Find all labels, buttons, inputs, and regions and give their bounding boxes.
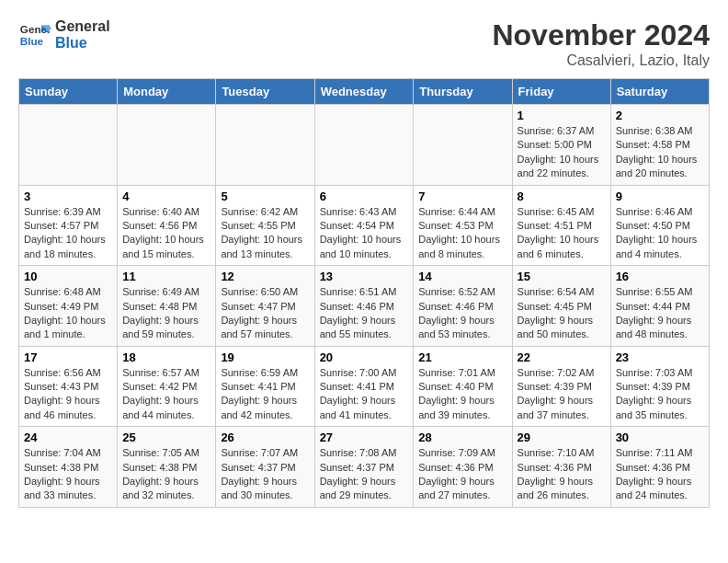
day-number: 29 — [518, 431, 606, 444]
calendar-cell: 20Sunrise: 7:00 AM Sunset: 4:41 PM Dayli… — [314, 346, 414, 427]
calendar-cell — [414, 105, 512, 186]
day-number: 25 — [122, 431, 210, 444]
day-info: Sunrise: 7:00 AM Sunset: 4:41 PM Dayligh… — [320, 366, 409, 423]
weekday-header-saturday: Saturday — [610, 79, 709, 105]
day-info: Sunrise: 6:48 AM Sunset: 4:49 PM Dayligh… — [24, 285, 112, 342]
day-info: Sunrise: 6:46 AM Sunset: 4:50 PM Dayligh… — [616, 205, 704, 262]
calendar-body: 1Sunrise: 6:37 AM Sunset: 5:00 PM Daylig… — [19, 105, 710, 508]
day-info: Sunrise: 6:55 AM Sunset: 4:44 PM Dayligh… — [616, 285, 704, 342]
day-info: Sunrise: 6:50 AM Sunset: 4:47 PM Dayligh… — [221, 285, 309, 342]
title-block: November 2024 Casalvieri, Lazio, Italy — [492, 18, 710, 69]
calendar-cell: 25Sunrise: 7:05 AM Sunset: 4:38 PM Dayli… — [118, 427, 216, 508]
calendar-cell — [314, 105, 414, 186]
calendar-cell: 23Sunrise: 7:03 AM Sunset: 4:39 PM Dayli… — [610, 346, 709, 427]
day-info: Sunrise: 6:39 AM Sunset: 4:57 PM Dayligh… — [24, 205, 112, 262]
weekday-header-monday: Monday — [118, 79, 216, 105]
calendar-cell — [19, 105, 118, 186]
calendar-cell: 10Sunrise: 6:48 AM Sunset: 4:49 PM Dayli… — [19, 266, 118, 347]
day-info: Sunrise: 6:49 AM Sunset: 4:48 PM Dayligh… — [122, 285, 210, 342]
day-number: 16 — [616, 270, 704, 283]
day-number: 30 — [616, 431, 704, 444]
calendar-table: SundayMondayTuesdayWednesdayThursdayFrid… — [18, 78, 710, 508]
weekday-header-friday: Friday — [512, 79, 610, 105]
calendar-week-2: 3Sunrise: 6:39 AM Sunset: 4:57 PM Daylig… — [19, 185, 710, 266]
weekday-header-tuesday: Tuesday — [216, 79, 314, 105]
calendar-cell: 11Sunrise: 6:49 AM Sunset: 4:48 PM Dayli… — [118, 266, 216, 347]
calendar-cell: 24Sunrise: 7:04 AM Sunset: 4:38 PM Dayli… — [19, 427, 118, 508]
location-subtitle: Casalvieri, Lazio, Italy — [492, 52, 710, 69]
day-number: 14 — [418, 270, 506, 283]
calendar-cell: 19Sunrise: 6:59 AM Sunset: 4:41 PM Dayli… — [216, 346, 314, 427]
svg-text:Blue: Blue — [20, 35, 44, 47]
day-info: Sunrise: 6:54 AM Sunset: 4:45 PM Dayligh… — [518, 285, 606, 342]
day-number: 15 — [518, 270, 606, 283]
day-info: Sunrise: 7:07 AM Sunset: 4:37 PM Dayligh… — [221, 446, 309, 503]
day-info: Sunrise: 7:05 AM Sunset: 4:38 PM Dayligh… — [122, 446, 210, 503]
page-header: General Blue General Blue November 2024 … — [18, 18, 710, 69]
day-info: Sunrise: 7:02 AM Sunset: 4:39 PM Dayligh… — [518, 366, 606, 423]
day-number: 12 — [221, 270, 309, 283]
day-number: 9 — [616, 190, 704, 203]
calendar-cell: 28Sunrise: 7:09 AM Sunset: 4:36 PM Dayli… — [414, 427, 512, 508]
logo-blue: Blue — [55, 35, 110, 52]
calendar-cell: 5Sunrise: 6:42 AM Sunset: 4:55 PM Daylig… — [216, 185, 314, 266]
day-info: Sunrise: 7:03 AM Sunset: 4:39 PM Dayligh… — [616, 366, 704, 423]
day-number: 8 — [518, 190, 606, 203]
day-info: Sunrise: 6:52 AM Sunset: 4:46 PM Dayligh… — [418, 285, 506, 342]
calendar-cell: 22Sunrise: 7:02 AM Sunset: 4:39 PM Dayli… — [512, 346, 610, 427]
calendar-week-1: 1Sunrise: 6:37 AM Sunset: 5:00 PM Daylig… — [19, 105, 710, 186]
calendar-cell: 9Sunrise: 6:46 AM Sunset: 4:50 PM Daylig… — [610, 185, 709, 266]
logo-icon: General Blue — [18, 18, 51, 52]
day-number: 10 — [24, 270, 112, 283]
calendar-cell: 7Sunrise: 6:44 AM Sunset: 4:53 PM Daylig… — [414, 185, 512, 266]
day-info: Sunrise: 6:51 AM Sunset: 4:46 PM Dayligh… — [320, 285, 409, 342]
day-info: Sunrise: 6:42 AM Sunset: 4:55 PM Dayligh… — [221, 205, 309, 262]
calendar-cell: 12Sunrise: 6:50 AM Sunset: 4:47 PM Dayli… — [216, 266, 314, 347]
day-number: 28 — [418, 431, 506, 444]
day-number: 17 — [24, 350, 112, 364]
day-number: 5 — [221, 190, 309, 203]
calendar-cell: 21Sunrise: 7:01 AM Sunset: 4:40 PM Dayli… — [414, 346, 512, 427]
calendar-week-3: 10Sunrise: 6:48 AM Sunset: 4:49 PM Dayli… — [19, 266, 710, 347]
day-info: Sunrise: 6:40 AM Sunset: 4:56 PM Dayligh… — [122, 205, 210, 262]
day-info: Sunrise: 6:38 AM Sunset: 4:58 PM Dayligh… — [616, 124, 704, 181]
day-number: 24 — [24, 431, 112, 444]
calendar-cell: 30Sunrise: 7:11 AM Sunset: 4:36 PM Dayli… — [610, 427, 709, 508]
weekday-header-thursday: Thursday — [414, 79, 512, 105]
day-number: 22 — [518, 350, 606, 364]
day-info: Sunrise: 7:09 AM Sunset: 4:36 PM Dayligh… — [418, 446, 506, 503]
calendar-cell: 14Sunrise: 6:52 AM Sunset: 4:46 PM Dayli… — [414, 266, 512, 347]
day-info: Sunrise: 6:43 AM Sunset: 4:54 PM Dayligh… — [320, 205, 409, 262]
day-number: 26 — [221, 431, 309, 444]
day-number: 27 — [320, 431, 409, 444]
day-info: Sunrise: 7:08 AM Sunset: 4:37 PM Dayligh… — [320, 446, 409, 503]
calendar-cell: 26Sunrise: 7:07 AM Sunset: 4:37 PM Dayli… — [216, 427, 314, 508]
day-number: 21 — [418, 350, 506, 364]
calendar-week-4: 17Sunrise: 6:56 AM Sunset: 4:43 PM Dayli… — [19, 346, 710, 427]
day-number: 2 — [616, 109, 704, 122]
calendar-cell: 3Sunrise: 6:39 AM Sunset: 4:57 PM Daylig… — [19, 185, 118, 266]
day-number: 1 — [518, 109, 606, 122]
day-number: 3 — [24, 190, 112, 203]
weekday-header-sunday: Sunday — [19, 79, 118, 105]
month-title: November 2024 — [492, 18, 710, 52]
calendar-cell: 4Sunrise: 6:40 AM Sunset: 4:56 PM Daylig… — [118, 185, 216, 266]
logo: General Blue General Blue — [18, 18, 110, 52]
day-number: 4 — [122, 190, 210, 203]
calendar-cell: 17Sunrise: 6:56 AM Sunset: 4:43 PM Dayli… — [19, 346, 118, 427]
day-info: Sunrise: 6:37 AM Sunset: 5:00 PM Dayligh… — [518, 124, 606, 181]
calendar-cell: 13Sunrise: 6:51 AM Sunset: 4:46 PM Dayli… — [314, 266, 414, 347]
calendar-cell — [216, 105, 314, 186]
calendar-cell — [118, 105, 216, 186]
day-number: 6 — [320, 190, 409, 203]
day-number: 20 — [320, 350, 409, 364]
calendar-cell: 15Sunrise: 6:54 AM Sunset: 4:45 PM Dayli… — [512, 266, 610, 347]
day-info: Sunrise: 6:45 AM Sunset: 4:51 PM Dayligh… — [518, 205, 606, 262]
day-info: Sunrise: 6:57 AM Sunset: 4:42 PM Dayligh… — [122, 366, 210, 423]
calendar-cell: 2Sunrise: 6:38 AM Sunset: 4:58 PM Daylig… — [610, 105, 709, 186]
day-number: 18 — [122, 350, 210, 364]
day-number: 13 — [320, 270, 409, 283]
weekday-header-row: SundayMondayTuesdayWednesdayThursdayFrid… — [19, 79, 710, 105]
calendar-cell: 27Sunrise: 7:08 AM Sunset: 4:37 PM Dayli… — [314, 427, 414, 508]
day-number: 7 — [418, 190, 506, 203]
